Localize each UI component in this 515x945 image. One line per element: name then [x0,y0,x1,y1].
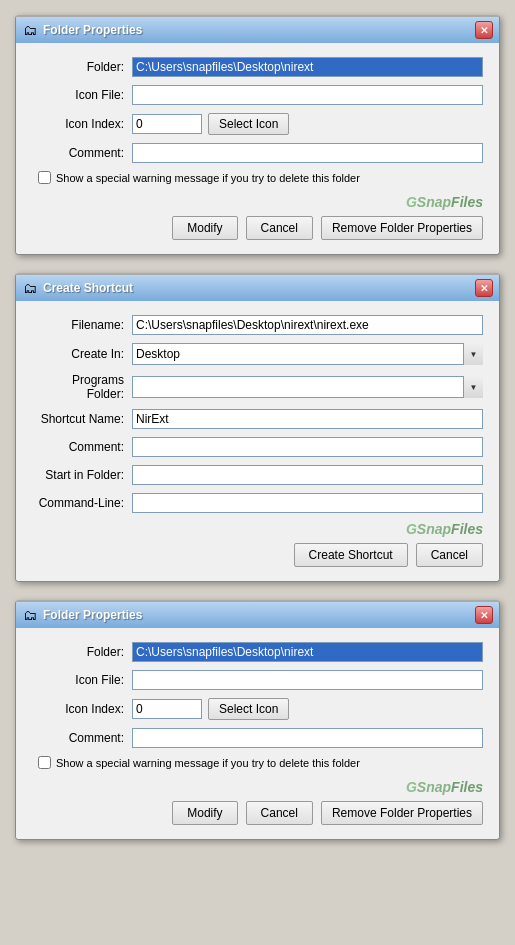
folder-input-3[interactable] [132,642,483,662]
warning-checkbox-1[interactable] [38,171,51,184]
icon-index-label-3: Icon Index: [32,702,132,716]
title-bar-left-1: 🗂 Folder Properties [22,22,142,38]
logo-files-1: Files [451,194,483,210]
command-line-row: Command-Line: [32,493,483,513]
folder-icon-1: 🗂 [22,22,38,38]
watermark-2: GSnapFiles [32,521,483,537]
icon-index-input-group-3: Select Icon [132,698,483,720]
warning-checkbox-3[interactable] [38,756,51,769]
icon-index-row-1: Icon Index: Select Icon [32,113,483,135]
icon-file-label-1: Icon File: [32,88,132,102]
close-button-1[interactable]: ✕ [475,21,493,39]
buttons-row-2: Create Shortcut Cancel [32,543,483,567]
comment-label-3: Comment: [32,731,132,745]
comment-input-3[interactable] [132,728,483,748]
create-in-select[interactable]: Desktop Start Menu Quick Launch [132,343,483,365]
close-button-3[interactable]: ✕ [475,606,493,624]
logo-snap-1: Snap [417,194,451,210]
comment-input-1[interactable] [132,143,483,163]
shortcut-name-input[interactable] [132,409,483,429]
checkbox-label-1: Show a special warning message if you tr… [56,172,360,184]
buttons-row-3: Modify Cancel Remove Folder Properties [32,801,483,825]
title-bar-2: 🗂 Create Shortcut ✕ [16,275,499,301]
title-bar-1: 🗂 Folder Properties ✕ [16,17,499,43]
shortcut-name-label: Shortcut Name: [32,412,132,426]
title-bar-left-2: 🗂 Create Shortcut [22,280,133,296]
create-in-row: Create In: Desktop Start Menu Quick Laun… [32,343,483,365]
filename-input[interactable] [132,315,483,335]
shortcut-name-row: Shortcut Name: [32,409,483,429]
folder-properties-window-3: 🗂 Folder Properties ✕ Folder: Icon File:… [15,600,500,840]
window-title-2: Create Shortcut [43,281,133,295]
logo-gt-1: G [406,194,417,210]
filename-label: Filename: [32,318,132,332]
icon-index-row-3: Icon Index: Select Icon [32,698,483,720]
cancel-button-2[interactable]: Cancel [416,543,483,567]
icon-file-input-3[interactable] [132,670,483,690]
folder-label-3: Folder: [32,645,132,659]
logo-text-3: GSnapFiles [406,779,483,795]
logo-text-1: GSnapFiles [406,194,483,210]
checkbox-row-3: Show a special warning message if you tr… [38,756,483,769]
window-content-3: Folder: Icon File: Icon Index: Select Ic… [16,628,499,839]
folder-label-1: Folder: [32,60,132,74]
command-line-label: Command-Line: [32,496,132,510]
start-in-folder-label: Start in Folder: [32,468,132,482]
modify-button-1[interactable]: Modify [172,216,237,240]
start-in-folder-row: Start in Folder: [32,465,483,485]
remove-button-3[interactable]: Remove Folder Properties [321,801,483,825]
logo-text-2: GSnapFiles [406,521,483,537]
filename-row: Filename: [32,315,483,335]
shortcut-icon-2: 🗂 [22,280,38,296]
folder-row-1: Folder: [32,57,483,77]
start-in-folder-input[interactable] [132,465,483,485]
icon-index-label-1: Icon Index: [32,117,132,131]
icon-index-input-group-1: Select Icon [132,113,483,135]
icon-file-input-1[interactable] [132,85,483,105]
create-shortcut-button[interactable]: Create Shortcut [294,543,408,567]
comment-input-2[interactable] [132,437,483,457]
comment-row-2: Comment: [32,437,483,457]
window-content-2: Filename: Create In: Desktop Start Menu … [16,301,499,581]
create-shortcut-window: 🗂 Create Shortcut ✕ Filename: Create In:… [15,273,500,582]
comment-label-2: Comment: [32,440,132,454]
comment-row-3: Comment: [32,728,483,748]
comment-label-1: Comment: [32,146,132,160]
select-icon-button-1[interactable]: Select Icon [208,113,289,135]
cancel-button-1[interactable]: Cancel [246,216,313,240]
create-in-label: Create In: [32,347,132,361]
window-content-1: Folder: Icon File: Icon Index: Select Ic… [16,43,499,254]
folder-row-3: Folder: [32,642,483,662]
icon-file-row-3: Icon File: [32,670,483,690]
create-in-dropdown-wrapper: Desktop Start Menu Quick Launch ▼ [132,343,483,365]
folder-icon-3: 🗂 [22,607,38,623]
title-bar-left-3: 🗂 Folder Properties [22,607,142,623]
programs-folder-select[interactable] [132,376,483,398]
watermark-1: GSnapFiles [32,194,483,210]
icon-index-input-3[interactable] [132,699,202,719]
programs-folder-row: Programs Folder: ▼ [32,373,483,401]
folder-input-1[interactable] [132,57,483,77]
cancel-button-3[interactable]: Cancel [246,801,313,825]
checkbox-row-1: Show a special warning message if you tr… [38,171,483,184]
programs-folder-dropdown-wrapper: ▼ [132,376,483,398]
programs-folder-label: Programs Folder: [32,373,132,401]
checkbox-label-3: Show a special warning message if you tr… [56,757,360,769]
watermark-3: GSnapFiles [32,779,483,795]
buttons-row-1: Modify Cancel Remove Folder Properties [32,216,483,240]
icon-index-input-1[interactable] [132,114,202,134]
modify-button-3[interactable]: Modify [172,801,237,825]
title-bar-3: 🗂 Folder Properties ✕ [16,602,499,628]
icon-file-row-1: Icon File: [32,85,483,105]
icon-file-label-3: Icon File: [32,673,132,687]
window-title-3: Folder Properties [43,608,142,622]
remove-button-1[interactable]: Remove Folder Properties [321,216,483,240]
folder-properties-window-1: 🗂 Folder Properties ✕ Folder: Icon File:… [15,15,500,255]
command-line-input[interactable] [132,493,483,513]
close-button-2[interactable]: ✕ [475,279,493,297]
window-title-1: Folder Properties [43,23,142,37]
select-icon-button-3[interactable]: Select Icon [208,698,289,720]
comment-row-1: Comment: [32,143,483,163]
